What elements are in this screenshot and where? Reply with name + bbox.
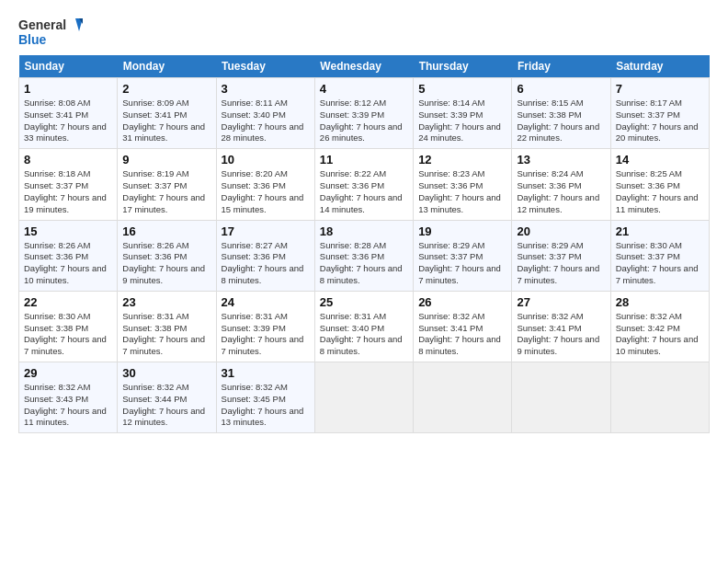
day-info: Sunrise: 8:31 AM Sunset: 3:38 PM Dayligh… (122, 311, 210, 358)
calendar-cell: 11 Sunrise: 8:22 AM Sunset: 3:36 PM Dayl… (314, 149, 413, 220)
day-info: Sunrise: 8:32 AM Sunset: 3:45 PM Dayligh… (222, 382, 310, 429)
calendar-cell: 19 Sunrise: 8:29 AM Sunset: 3:37 PM Dayl… (414, 220, 512, 291)
page: General Blue SundayMondayTuesdayWednesda… (0, 0, 728, 563)
week-row-5: 29 Sunrise: 8:32 AM Sunset: 3:43 PM Dayl… (19, 362, 710, 433)
daylight-label: Daylight: 7 hours and 12 minutes. (517, 192, 599, 214)
calendar-cell: 10 Sunrise: 8:20 AM Sunset: 3:36 PM Dayl… (216, 149, 314, 220)
sunset-label: Sunset: 3:36 PM (320, 251, 384, 261)
sunrise-label: Sunrise: 8:30 AM (24, 311, 90, 321)
daylight-label: Daylight: 7 hours and 8 minutes. (320, 334, 403, 356)
dow-header-sunday: Sunday (19, 55, 118, 78)
daylight-label: Daylight: 7 hours and 24 minutes. (418, 121, 501, 144)
sunset-label: Sunset: 3:43 PM (24, 394, 88, 404)
sunrise-label: Sunrise: 8:22 AM (320, 168, 386, 178)
day-number: 30 (122, 366, 210, 380)
daylight-label: Daylight: 7 hours and 26 minutes. (320, 121, 403, 144)
day-info: Sunrise: 8:32 AM Sunset: 3:42 PM Dayligh… (616, 311, 704, 358)
sunrise-label: Sunrise: 8:32 AM (122, 382, 188, 392)
week-row-4: 22 Sunrise: 8:30 AM Sunset: 3:38 PM Dayl… (19, 291, 710, 362)
logo: General Blue (18, 15, 83, 50)
daylight-label: Daylight: 7 hours and 7 minutes. (222, 334, 304, 356)
day-number: 21 (616, 224, 704, 238)
day-info: Sunrise: 8:31 AM Sunset: 3:40 PM Dayligh… (320, 311, 408, 358)
sunset-label: Sunset: 3:36 PM (24, 251, 88, 261)
day-info: Sunrise: 8:30 AM Sunset: 3:37 PM Dayligh… (616, 240, 704, 287)
daylight-label: Daylight: 7 hours and 7 minutes. (517, 263, 599, 285)
sunset-label: Sunset: 3:38 PM (517, 109, 581, 120)
dow-header-monday: Monday (118, 55, 216, 78)
calendar-cell: 29 Sunrise: 8:32 AM Sunset: 3:43 PM Dayl… (19, 362, 118, 433)
sunrise-label: Sunrise: 8:08 AM (24, 98, 90, 108)
day-info: Sunrise: 8:29 AM Sunset: 3:37 PM Dayligh… (418, 240, 506, 287)
day-number: 12 (418, 153, 506, 167)
sunset-label: Sunset: 3:45 PM (222, 394, 286, 404)
calendar-cell (512, 362, 610, 433)
day-info: Sunrise: 8:08 AM Sunset: 3:41 PM Dayligh… (24, 98, 112, 144)
sunset-label: Sunset: 3:36 PM (616, 180, 680, 190)
day-info: Sunrise: 8:22 AM Sunset: 3:36 PM Dayligh… (320, 168, 408, 215)
day-info: Sunrise: 8:17 AM Sunset: 3:37 PM Dayligh… (616, 98, 704, 144)
sunset-label: Sunset: 3:36 PM (418, 180, 483, 190)
calendar-cell: 15 Sunrise: 8:26 AM Sunset: 3:36 PM Dayl… (19, 220, 118, 291)
sunset-label: Sunset: 3:36 PM (222, 251, 286, 261)
calendar-cell (610, 362, 709, 433)
day-info: Sunrise: 8:12 AM Sunset: 3:39 PM Dayligh… (320, 98, 408, 144)
daylight-label: Daylight: 7 hours and 22 minutes. (517, 121, 599, 144)
calendar-cell: 5 Sunrise: 8:14 AM Sunset: 3:39 PM Dayli… (414, 78, 512, 149)
day-info: Sunrise: 8:26 AM Sunset: 3:36 PM Dayligh… (24, 240, 112, 287)
day-info: Sunrise: 8:23 AM Sunset: 3:36 PM Dayligh… (418, 168, 506, 215)
calendar-cell: 16 Sunrise: 8:26 AM Sunset: 3:36 PM Dayl… (118, 220, 216, 291)
day-number: 31 (222, 366, 310, 380)
calendar-table: SundayMondayTuesdayWednesdayThursdayFrid… (18, 55, 710, 433)
calendar-cell: 31 Sunrise: 8:32 AM Sunset: 3:45 PM Dayl… (216, 362, 314, 433)
sunset-label: Sunset: 3:36 PM (320, 180, 384, 190)
daylight-label: Daylight: 7 hours and 11 minutes. (616, 192, 699, 214)
sunrise-label: Sunrise: 8:28 AM (320, 240, 386, 250)
sunrise-label: Sunrise: 8:32 AM (24, 382, 90, 392)
day-info: Sunrise: 8:11 AM Sunset: 3:40 PM Dayligh… (222, 98, 310, 144)
calendar-cell (414, 362, 512, 433)
sunrise-label: Sunrise: 8:26 AM (24, 240, 90, 250)
daylight-label: Daylight: 7 hours and 19 minutes. (24, 192, 107, 214)
sunset-label: Sunset: 3:42 PM (616, 323, 680, 333)
daylight-label: Daylight: 7 hours and 10 minutes. (24, 263, 107, 285)
daylight-label: Daylight: 7 hours and 20 minutes. (616, 121, 699, 144)
day-info: Sunrise: 8:18 AM Sunset: 3:37 PM Dayligh… (24, 168, 112, 215)
day-number: 11 (320, 153, 408, 167)
sunset-label: Sunset: 3:41 PM (24, 109, 88, 120)
day-number: 7 (616, 82, 704, 96)
calendar-cell: 13 Sunrise: 8:24 AM Sunset: 3:36 PM Dayl… (512, 149, 610, 220)
dow-header-friday: Friday (512, 55, 610, 78)
day-number: 25 (320, 295, 408, 309)
daylight-label: Daylight: 7 hours and 8 minutes. (320, 263, 403, 285)
daylight-label: Daylight: 7 hours and 33 minutes. (24, 121, 107, 144)
calendar-cell: 22 Sunrise: 8:30 AM Sunset: 3:38 PM Dayl… (19, 291, 118, 362)
daylight-label: Daylight: 7 hours and 31 minutes. (122, 121, 205, 144)
header: General Blue (18, 15, 710, 50)
daylight-label: Daylight: 7 hours and 7 minutes. (418, 263, 501, 285)
sunrise-label: Sunrise: 8:25 AM (616, 168, 682, 178)
sunset-label: Sunset: 3:41 PM (418, 323, 483, 333)
day-info: Sunrise: 8:20 AM Sunset: 3:36 PM Dayligh… (222, 168, 310, 215)
sunset-label: Sunset: 3:37 PM (122, 180, 187, 190)
calendar-cell: 27 Sunrise: 8:32 AM Sunset: 3:41 PM Dayl… (512, 291, 610, 362)
day-info: Sunrise: 8:32 AM Sunset: 3:43 PM Dayligh… (24, 382, 112, 429)
day-info: Sunrise: 8:32 AM Sunset: 3:41 PM Dayligh… (418, 311, 506, 358)
sunset-label: Sunset: 3:37 PM (616, 109, 680, 120)
calendar-cell: 18 Sunrise: 8:28 AM Sunset: 3:36 PM Dayl… (314, 220, 413, 291)
sunset-label: Sunset: 3:41 PM (122, 109, 187, 120)
calendar-cell: 14 Sunrise: 8:25 AM Sunset: 3:36 PM Dayl… (610, 149, 709, 220)
logo-svg: General Blue (18, 15, 83, 50)
svg-text:General: General (18, 17, 66, 32)
calendar-cell: 8 Sunrise: 8:18 AM Sunset: 3:37 PM Dayli… (19, 149, 118, 220)
day-number: 24 (222, 295, 310, 309)
calendar-cell: 6 Sunrise: 8:15 AM Sunset: 3:38 PM Dayli… (512, 78, 610, 149)
daylight-label: Daylight: 7 hours and 28 minutes. (222, 121, 304, 144)
days-of-week-row: SundayMondayTuesdayWednesdayThursdayFrid… (19, 55, 710, 78)
calendar-cell: 1 Sunrise: 8:08 AM Sunset: 3:41 PM Dayli… (19, 78, 118, 149)
day-info: Sunrise: 8:15 AM Sunset: 3:38 PM Dayligh… (517, 98, 605, 144)
sunrise-label: Sunrise: 8:29 AM (517, 240, 583, 250)
day-number: 5 (418, 82, 506, 96)
daylight-label: Daylight: 7 hours and 8 minutes. (418, 334, 501, 356)
calendar-cell: 3 Sunrise: 8:11 AM Sunset: 3:40 PM Dayli… (216, 78, 314, 149)
